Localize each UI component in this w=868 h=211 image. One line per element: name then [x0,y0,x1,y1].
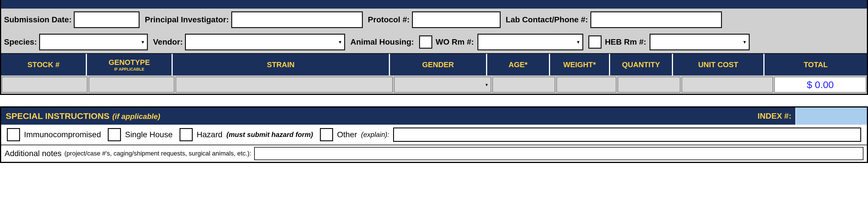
hazard-checkbox[interactable] [180,128,193,141]
th-age: AGE* [487,54,550,76]
protocol-input[interactable] [412,11,501,28]
cell-genotype[interactable] [89,77,175,93]
cell-total: $ 0.00 [774,77,866,93]
single-house-checkbox[interactable] [108,128,121,141]
th-weight: WEIGHT* [550,54,610,76]
th-strain: STRAIN [173,54,390,76]
section-gap [0,95,868,107]
form-section-top: Submission Date: Principal Investigator:… [0,0,868,95]
opt-hazard: Hazard (must submit hazard form) [180,128,313,141]
th-total: TOTAL [765,54,867,76]
wo-rm-label: WO Rm #: [436,37,474,47]
hazard-sub-label: (must submit hazard form) [226,131,313,139]
th-stock: STOCK # [1,54,87,76]
special-instructions-header: SPECIAL INSTRUCTIONS (if applicable) IND… [1,108,867,125]
opt-single-house: Single House [108,128,173,141]
other-input[interactable] [393,127,861,142]
th-genotype-sub: IF APPLICABLE [114,67,144,71]
special-instructions-section: SPECIAL INSTRUCTIONS (if applicable) IND… [0,107,868,163]
cell-age[interactable] [492,77,555,93]
immuno-checkbox[interactable] [7,128,20,141]
special-instructions-title: SPECIAL INSTRUCTIONS (if applicable) [6,111,754,121]
opt-immuno: Immunocompromised [7,128,101,141]
single-house-label: Single House [125,130,173,139]
si-title-sub: (if applicable) [112,112,160,121]
cell-stock[interactable] [2,77,88,93]
si-title-text: SPECIAL INSTRUCTIONS [6,111,110,121]
th-quantity: QUANTITY [610,54,673,76]
cell-gender-select[interactable] [394,77,491,93]
species-label: Species: [4,37,37,47]
index-label: INDEX #: [754,112,795,121]
wo-rm-select[interactable] [477,34,583,50]
special-options-row: Immunocompromised Single House Hazard (m… [1,125,867,145]
notes-sub-label: (project/case #'s, caging/shipment reque… [64,150,251,157]
cell-weight[interactable] [556,77,616,93]
pi-label: Principal Investigator: [145,15,229,24]
notes-label: Additional notes [5,149,61,158]
pi-input[interactable] [231,11,363,28]
table-header: STOCK # GENOTYPE IF APPLICABLE STRAIN GE… [1,53,867,76]
lab-contact-input[interactable] [590,11,722,28]
submission-date-input[interactable] [74,11,140,28]
form-row-1: Submission Date: Principal Investigator:… [1,8,867,31]
form-row-2: Species: Vendor: Animal Housing: WO Rm #… [1,31,867,53]
heb-rm-checkbox[interactable] [588,35,601,49]
protocol-label: Protocol #: [368,15,410,24]
table-row: $ 0.00 [1,76,867,94]
animal-housing-label: Animal Housing: [350,37,414,47]
heb-rm-select[interactable] [650,34,750,50]
immuno-label: Immunocompromised [24,130,101,139]
th-gender: GENDER [390,54,487,76]
submission-date-label: Submission Date: [4,15,71,24]
other-checkbox[interactable] [320,128,333,141]
form-rows: Submission Date: Principal Investigator:… [1,8,867,53]
hazard-label: Hazard [197,130,222,139]
vendor-label: Vendor: [153,37,183,47]
opt-other: Other (explain): [320,127,861,142]
wo-rm-checkbox[interactable] [419,35,432,49]
top-banner [1,0,867,8]
additional-notes-row: Additional notes (project/case #'s, cagi… [1,145,867,162]
cell-quantity[interactable] [618,77,680,93]
th-genotype: GENOTYPE IF APPLICABLE [87,54,173,76]
other-sub-label: (explain): [361,131,390,139]
th-genotype-text: GENOTYPE [108,58,150,67]
cell-unit-cost[interactable] [682,77,773,93]
notes-input[interactable] [254,147,863,160]
index-input[interactable] [795,108,867,125]
heb-rm-label: HEB Rm #: [605,37,646,47]
lab-contact-label: Lab Contact/Phone #: [506,15,588,24]
other-label: Other [337,130,357,139]
vendor-select[interactable] [185,34,345,50]
cell-strain[interactable] [176,77,393,93]
th-unit-cost: UNIT COST [673,54,765,76]
species-select[interactable] [39,34,148,50]
